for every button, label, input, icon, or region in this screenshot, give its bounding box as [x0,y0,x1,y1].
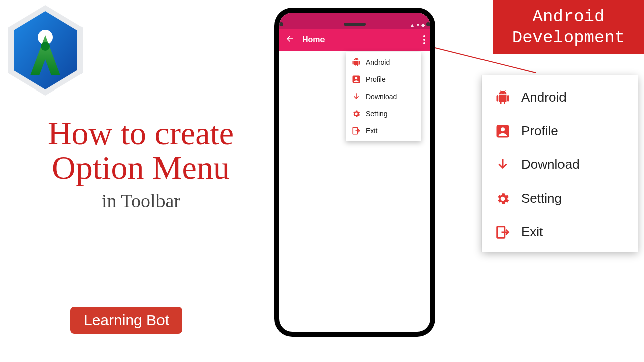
phone-screen: ▲▾◆ Home Android Profile [279,13,430,332]
menu-item-android[interactable]: Android [346,54,421,71]
menu-item-label: Android [366,58,390,66]
menu-item-profile[interactable]: Profile [346,71,421,88]
overflow-menu-icon[interactable] [423,35,425,44]
profile-icon [352,75,361,84]
menu-item-label: Exit [366,127,377,135]
download-icon [495,157,510,172]
menu-item-label: Setting [366,110,388,118]
setting-icon [352,109,361,118]
learning-bot-chip: Learning Bot [70,307,182,334]
app-toolbar: Home [279,29,430,51]
menu-item-exit[interactable]: Exit [346,122,421,139]
toolbar-title: Home [302,35,325,44]
menu-item-label: Profile [366,75,386,83]
profile-icon [495,124,510,139]
menu-item-label: Profile [521,123,558,139]
menu-item-label: Download [366,93,397,101]
android-studio-logo [0,0,96,101]
options-menu-zoom: Android Profile Download Setting Exit [482,75,638,252]
options-menu-small: Android Profile Download Setting [346,52,421,141]
phone-notch [279,21,430,28]
menu-item-label: Setting [521,191,562,206]
android-icon [495,90,510,105]
phone-mockup: ▲▾◆ Home Android Profile [274,8,435,337]
menu-item-download[interactable]: Download [346,88,421,105]
banner-line-1: Android [493,6,644,28]
download-icon [352,92,361,101]
menu-item-download[interactable]: Download [482,148,638,182]
setting-icon [495,191,510,206]
svg-point-3 [41,42,50,51]
page-title: How to create Option Menu in Toolbar [15,116,267,212]
title-line-1: How to create [15,116,267,150]
exit-icon [352,126,361,135]
menu-item-label: Exit [521,224,543,240]
banner-line-2: Development [493,27,644,49]
svg-point-9 [501,127,505,131]
svg-point-6 [355,77,358,79]
title-subtext: in Toolbar [15,190,267,212]
menu-item-label: Download [521,157,580,172]
android-icon [352,58,361,67]
menu-item-label: Android [521,89,567,105]
android-development-banner: Android Development [493,0,644,54]
menu-item-setting[interactable]: Setting [482,182,638,215]
menu-item-setting[interactable]: Setting [346,105,421,122]
exit-icon [495,225,510,240]
menu-item-exit[interactable]: Exit [482,215,638,249]
title-line-2: Option Menu [15,150,267,185]
menu-item-profile[interactable]: Profile [482,114,638,148]
back-arrow-icon[interactable] [285,34,294,45]
menu-item-android[interactable]: Android [482,80,638,114]
